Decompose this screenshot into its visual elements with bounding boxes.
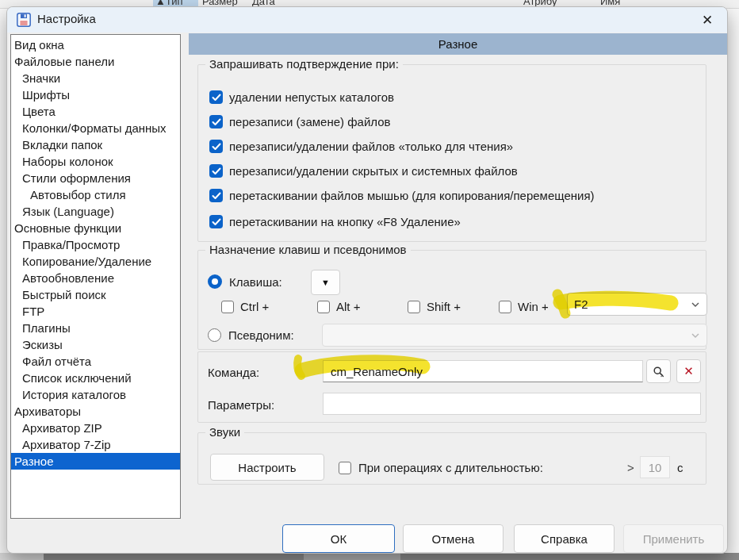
search-icon	[653, 366, 664, 378]
sidebar-item[interactable]: Список исключений	[11, 370, 180, 386]
sidebar-item[interactable]: Правка/Просмотр	[11, 236, 180, 253]
clear-x-icon: ✕	[683, 364, 694, 378]
modifier-label: Shift +	[427, 300, 461, 313]
sidebar-item[interactable]: Архиваторы	[11, 403, 180, 420]
alias-radio[interactable]: Псевдоним:	[208, 328, 294, 342]
command-group: Команда: ✕ Параметры:	[197, 351, 706, 423]
command-label: Команда:	[208, 366, 259, 379]
sidebar-item[interactable]: Значки	[11, 70, 180, 86]
modifier-checkbox[interactable]: Shift +	[408, 300, 461, 313]
confirmation-checkbox[interactable]: перезаписи/удалении файлов «только для ч…	[209, 140, 513, 153]
background-bottom-strip-segment	[304, 553, 400, 560]
page-title: Разное	[189, 33, 727, 55]
dropdown-arrow-icon: ▼	[321, 278, 330, 287]
close-icon[interactable]: ✕	[695, 9, 719, 31]
command-browse-button[interactable]	[646, 359, 671, 383]
confirmation-group: Запрашивать подтверждение при: удалении …	[197, 64, 706, 242]
command-input[interactable]	[323, 360, 643, 382]
key-capture-dropdown-button[interactable]: ▼	[311, 270, 340, 295]
chevron-down-icon	[691, 301, 700, 308]
checkbox-label: перезаписи/удалении скрытых и системных …	[229, 164, 518, 178]
checkbox-label: перетаскивании на кнопку «F8 Удаление»	[229, 215, 461, 228]
checkbox-checked-icon	[209, 164, 223, 178]
checkbox-label: перетаскивании файлов мышью (для копиров…	[229, 189, 595, 202]
confirmation-checkbox[interactable]: перезаписи/удалении скрытых и системных …	[209, 164, 518, 178]
apply-button: Применить	[623, 524, 724, 553]
duration-checkbox[interactable]: При операциях с длительностью:	[339, 461, 543, 474]
sidebar-item[interactable]: Основные функции	[11, 220, 180, 236]
screen: ▲ТипРазмерДатаАтрибуИмя Настройка ✕ Вид …	[0, 0, 739, 560]
key-combobox-value: F2	[574, 297, 588, 311]
modifier-label: Ctrl +	[240, 300, 269, 313]
sidebar-item[interactable]: Копирование/Удаление	[11, 253, 180, 270]
radio-unselected-icon	[208, 328, 221, 342]
sidebar-item[interactable]: Архиватор ZIP	[11, 420, 180, 436]
alias-radio-label: Псевдоним:	[228, 328, 294, 342]
checkbox-checked-icon	[209, 115, 223, 128]
ok-button[interactable]: ОК	[282, 524, 395, 553]
modifier-checkbox[interactable]: Ctrl +	[221, 300, 269, 313]
checkbox-checked-icon	[209, 140, 223, 153]
confirmation-checkbox[interactable]: перезаписи (замене) файлов	[209, 115, 391, 128]
background-bottom-strip-left	[0, 553, 44, 560]
sidebar-item[interactable]: Эскизы	[11, 336, 180, 353]
sidebar-item[interactable]: Вкладки папок	[11, 136, 180, 153]
sidebar-item[interactable]: Плагины	[11, 320, 180, 336]
sidebar-item[interactable]: Цвета	[11, 103, 180, 120]
checkbox-checked-icon	[209, 215, 223, 228]
parameters-label: Параметры:	[208, 398, 274, 412]
sidebar-item[interactable]: Колонки/Форматы данных	[11, 120, 180, 136]
cancel-button[interactable]: Отмена	[403, 524, 504, 553]
parameters-input[interactable]	[323, 393, 701, 415]
key-combobox[interactable]: F2	[567, 293, 707, 316]
checkbox-label: перезаписи/удалении файлов «только для ч…	[229, 140, 513, 153]
sidebar-item[interactable]: Быстрый поиск	[11, 286, 180, 303]
sounds-group-title: Звуки	[205, 425, 244, 439]
key-radio[interactable]: Клавиша:	[208, 274, 282, 289]
sidebar-item[interactable]: Автовыбор стиля	[11, 186, 180, 203]
command-clear-button[interactable]: ✕	[676, 359, 701, 383]
title-bar[interactable]: Настройка ✕	[7, 7, 727, 33]
radio-selected-icon	[208, 274, 222, 289]
checkbox-checked-icon	[209, 189, 223, 202]
chevron-down-icon	[691, 332, 700, 339]
sidebar-item[interactable]: Файловые панели	[11, 53, 180, 70]
sidebar-item[interactable]: Наборы колонок	[11, 153, 180, 170]
modifier-checkbox[interactable]: Win +	[499, 300, 549, 313]
checkbox-unchecked-icon	[317, 301, 330, 313]
configure-sounds-button[interactable]: Настроить	[210, 454, 324, 481]
sidebar-item[interactable]: Вид окна	[11, 36, 180, 53]
sidebar-item[interactable]: FTP	[11, 303, 180, 320]
checkbox-label: удалении непустых каталогов	[229, 90, 394, 104]
settings-category-list: Вид окнаФайловые панелиЗначкиШрифтыЦвета…	[10, 34, 181, 519]
sidebar-item[interactable]: Автообновление	[11, 270, 180, 286]
floppy-disk-icon	[17, 13, 31, 27]
sidebar-item[interactable]: Разное	[11, 453, 180, 470]
checkbox-unchecked-icon	[221, 301, 234, 313]
alias-combobox[interactable]	[322, 324, 707, 347]
confirmation-group-title: Запрашивать подтверждение при:	[205, 57, 403, 71]
modifier-label: Win +	[518, 300, 549, 313]
checkbox-unchecked-icon	[339, 462, 351, 474]
checkbox-unchecked-icon	[408, 301, 420, 313]
modifier-checkbox[interactable]: Alt +	[317, 300, 360, 313]
checkbox-label: перезаписи (замене) файлов	[229, 115, 391, 128]
confirmation-checkbox[interactable]: перетаскивании файлов мышью (для копиров…	[209, 189, 595, 202]
help-button[interactable]: Справка	[514, 524, 615, 553]
sidebar-item[interactable]: Файл отчёта	[11, 353, 180, 370]
duration-seconds-input[interactable]	[640, 456, 670, 478]
key-assignment-group: Назначение клавиш и псевдонимов Клавиша:…	[197, 250, 706, 350]
greater-than-label: >	[627, 461, 634, 474]
confirmation-checkbox[interactable]: перетаскивании на кнопку «F8 Удаление»	[209, 215, 461, 228]
confirmation-checkbox[interactable]: удалении непустых каталогов	[209, 90, 394, 104]
checkbox-checked-icon	[209, 90, 223, 104]
sidebar-item[interactable]: История каталогов	[11, 386, 180, 403]
sidebar-item[interactable]: Архиватор 7-Zip	[11, 436, 180, 453]
key-radio-label: Клавиша:	[229, 275, 282, 289]
sidebar-item[interactable]: Язык (Language)	[11, 203, 180, 220]
sidebar-item[interactable]: Шрифты	[11, 86, 180, 103]
modifier-label: Alt +	[336, 300, 360, 313]
settings-dialog: Настройка ✕ Вид окнаФайловые панелиЗначк…	[6, 6, 728, 554]
sidebar-item[interactable]: Стили оформления	[11, 170, 180, 186]
key-assignment-group-title: Назначение клавиш и псевдонимов	[205, 243, 411, 256]
